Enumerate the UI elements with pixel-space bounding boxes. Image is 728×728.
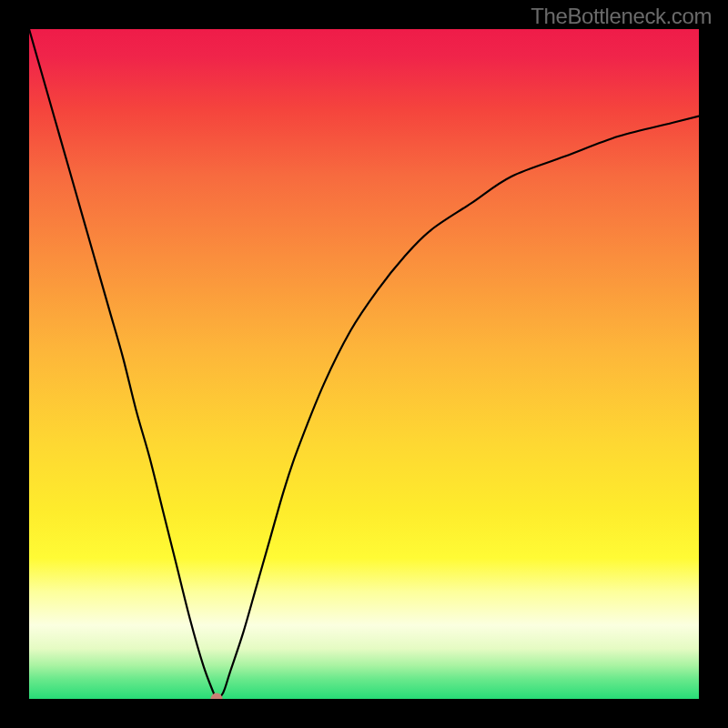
optimal-point-marker bbox=[211, 693, 223, 700]
watermark-text: TheBottleneck.com bbox=[531, 4, 712, 29]
plot-area bbox=[29, 29, 699, 699]
chart-frame: TheBottleneck.com bbox=[0, 0, 728, 728]
bottleneck-curve bbox=[29, 29, 699, 699]
